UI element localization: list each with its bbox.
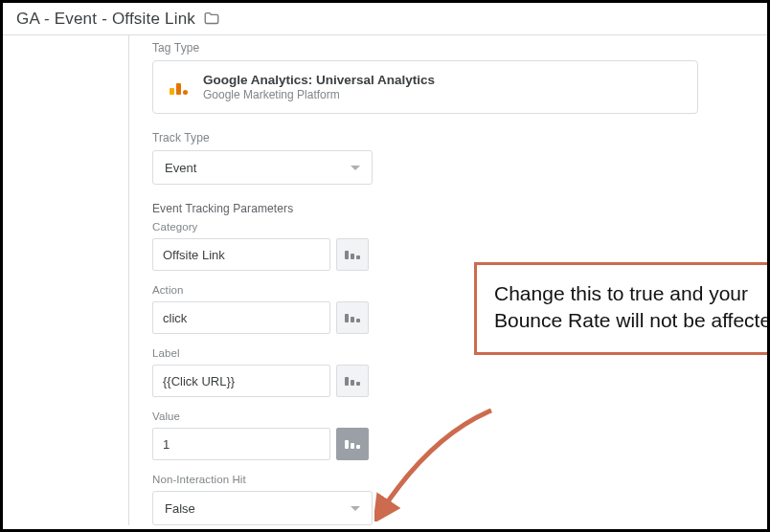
header-bar: GA - Event - Offsite Link	[3, 3, 767, 35]
lego-icon	[345, 314, 360, 322]
tag-type-card[interactable]: Google Analytics: Universal Analytics Go…	[152, 60, 698, 114]
track-type-label: Track Type	[152, 131, 767, 144]
category-label: Category	[152, 221, 767, 233]
page-title: GA - Event - Offsite Link	[16, 10, 195, 29]
non-interaction-value: False	[165, 501, 195, 516]
tag-config-panel: Tag Type Google Analytics: Universal Ana…	[129, 35, 767, 525]
annotation-text: Change this to true and your Bounce Rate…	[494, 282, 770, 331]
value-input[interactable]	[152, 428, 330, 460]
value-label: Value	[152, 410, 767, 422]
tag-type-label: Tag Type	[152, 41, 767, 55]
chevron-down-icon	[351, 166, 360, 170]
tag-type-platform: Google Marketing Platform	[203, 88, 435, 101]
category-input[interactable]	[152, 238, 330, 271]
variable-picker-button[interactable]	[336, 238, 369, 271]
event-params-heading: Event Tracking Parameters	[152, 202, 767, 215]
tag-type-name: Google Analytics: Universal Analytics	[203, 73, 435, 87]
annotation-callout: Change this to true and your Bounce Rate…	[474, 262, 770, 355]
variable-picker-button[interactable]	[336, 365, 369, 397]
lego-icon	[345, 377, 360, 386]
lego-icon	[345, 440, 360, 449]
left-sidebar	[3, 35, 129, 525]
variable-picker-button[interactable]	[336, 428, 369, 460]
label-input[interactable]	[152, 365, 330, 397]
lego-icon	[345, 251, 360, 259]
track-type-select[interactable]: Event	[152, 150, 373, 185]
non-interaction-select[interactable]: False	[152, 491, 373, 525]
variable-picker-button[interactable]	[336, 301, 369, 334]
track-type-value: Event	[165, 161, 196, 175]
chevron-down-icon	[351, 506, 360, 511]
google-analytics-icon	[167, 76, 190, 99]
non-interaction-label: Non-Interaction Hit	[152, 474, 767, 485]
action-input[interactable]	[152, 301, 330, 334]
folder-icon[interactable]	[203, 11, 220, 28]
